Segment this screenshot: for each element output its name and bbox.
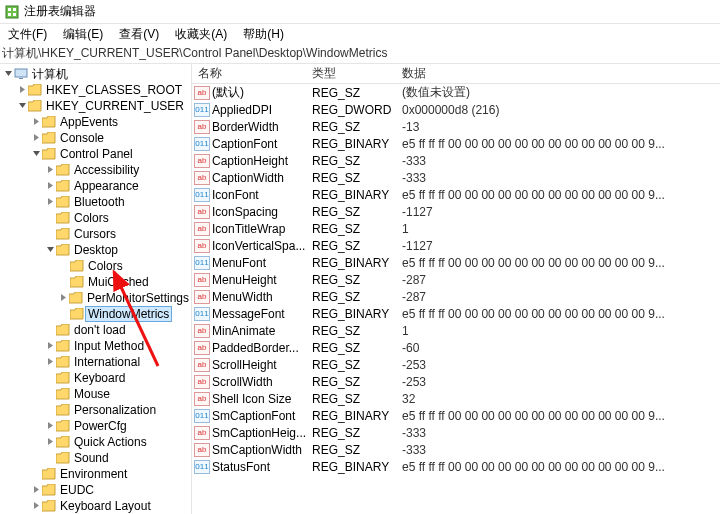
tree-item[interactable]: Environment xyxy=(0,466,191,482)
folder-icon xyxy=(56,324,70,336)
tree-item[interactable]: WindowMetrics xyxy=(0,306,191,322)
expand-icon[interactable] xyxy=(16,101,28,112)
tree-view[interactable]: 计算机 HKEY_CLASSES_ROOTHKEY_CURRENT_USERAp… xyxy=(0,64,192,514)
value-row[interactable]: abScrollWidthREG_SZ-253 xyxy=(192,373,720,390)
value-type: REG_SZ xyxy=(312,392,402,406)
value-row[interactable]: abIconSpacingREG_SZ-1127 xyxy=(192,203,720,220)
value-row[interactable]: abMenuWidthREG_SZ-287 xyxy=(192,288,720,305)
col-type[interactable]: 类型 xyxy=(312,65,402,82)
expand-icon[interactable] xyxy=(44,357,56,368)
tree-item[interactable]: don't load xyxy=(0,322,191,338)
value-row[interactable]: 011SmCaptionFontREG_BINARYe5 ff ff ff 00… xyxy=(192,407,720,424)
tree-item[interactable]: Keyboard xyxy=(0,370,191,386)
value-type: REG_BINARY xyxy=(312,256,402,270)
tree-item[interactable]: Desktop xyxy=(0,242,191,258)
value-type-icon: 011 xyxy=(194,460,210,474)
tree-item[interactable]: HKEY_CURRENT_USER xyxy=(0,98,191,114)
tree-item[interactable]: PerMonitorSettings xyxy=(0,290,191,306)
value-row[interactable]: abPaddedBorder...REG_SZ-60 xyxy=(192,339,720,356)
tree-item[interactable]: Personalization xyxy=(0,402,191,418)
expand-icon[interactable] xyxy=(44,197,56,208)
value-row[interactable]: abSmCaptionHeig...REG_SZ-333 xyxy=(192,424,720,441)
expand-icon[interactable] xyxy=(44,245,56,256)
expand-icon[interactable] xyxy=(30,133,42,144)
titlebar: 注册表编辑器 xyxy=(0,0,720,24)
tree-item[interactable]: Colors xyxy=(0,210,191,226)
tree-item[interactable]: Mouse xyxy=(0,386,191,402)
tree-item[interactable]: EUDC xyxy=(0,482,191,498)
value-row[interactable]: ab(默认)REG_SZ(数值未设置) xyxy=(192,84,720,101)
expand-icon[interactable] xyxy=(44,421,56,432)
tree-item[interactable]: AppEvents xyxy=(0,114,191,130)
tree-item[interactable]: Cursors xyxy=(0,226,191,242)
value-data: -1127 xyxy=(402,239,720,253)
tree-item[interactable]: Bluetooth xyxy=(0,194,191,210)
value-data: e5 ff ff ff 00 00 00 00 00 00 00 00 00 0… xyxy=(402,460,720,474)
tree-item[interactable]: Accessibility xyxy=(0,162,191,178)
tree-item[interactable]: Control Panel xyxy=(0,146,191,162)
menu-help[interactable]: 帮助(H) xyxy=(239,26,288,43)
tree-item[interactable]: Quick Actions xyxy=(0,434,191,450)
value-row[interactable]: abCaptionWidthREG_SZ-333 xyxy=(192,169,720,186)
tree-label: Bluetooth xyxy=(72,195,127,209)
expand-icon[interactable] xyxy=(16,85,28,96)
value-type: REG_SZ xyxy=(312,239,402,253)
expand-icon[interactable] xyxy=(44,437,56,448)
expand-icon[interactable] xyxy=(30,501,42,512)
tree-item[interactable]: Input Method xyxy=(0,338,191,354)
tree-label: Quick Actions xyxy=(72,435,149,449)
value-row[interactable]: 011MenuFontREG_BINARYe5 ff ff ff 00 00 0… xyxy=(192,254,720,271)
value-name: MenuFont xyxy=(212,256,312,270)
tree-item[interactable]: International xyxy=(0,354,191,370)
expand-icon[interactable] xyxy=(30,485,42,496)
expand-icon[interactable] xyxy=(44,181,56,192)
col-name[interactable]: 名称 xyxy=(192,65,312,82)
menu-file[interactable]: 文件(F) xyxy=(4,26,51,43)
value-row[interactable]: abShell Icon SizeREG_SZ32 xyxy=(192,390,720,407)
tree-label: Keyboard Layout xyxy=(58,499,153,513)
tree-item[interactable]: MuiCached xyxy=(0,274,191,290)
value-row[interactable]: abIconTitleWrapREG_SZ1 xyxy=(192,220,720,237)
tree-item[interactable]: Console xyxy=(0,130,191,146)
list-header[interactable]: 名称 类型 数据 xyxy=(192,64,720,84)
value-row[interactable]: 011IconFontREG_BINARYe5 ff ff ff 00 00 0… xyxy=(192,186,720,203)
value-name: ScrollWidth xyxy=(212,375,312,389)
value-type-icon: ab xyxy=(194,239,210,253)
expand-icon[interactable] xyxy=(58,293,69,304)
list-body[interactable]: ab(默认)REG_SZ(数值未设置)011AppliedDPIREG_DWOR… xyxy=(192,84,720,475)
tree-item[interactable]: HKEY_CLASSES_ROOT xyxy=(0,82,191,98)
value-name: Shell Icon Size xyxy=(212,392,312,406)
value-row[interactable]: 011CaptionFontREG_BINARYe5 ff ff ff 00 0… xyxy=(192,135,720,152)
expand-icon[interactable] xyxy=(30,117,42,128)
tree-label: Input Method xyxy=(72,339,146,353)
tree-item[interactable]: Appearance xyxy=(0,178,191,194)
tree-root[interactable]: 计算机 xyxy=(0,66,191,82)
tree-item[interactable]: Sound xyxy=(0,450,191,466)
value-name: AppliedDPI xyxy=(212,103,312,117)
value-row[interactable]: abBorderWidthREG_SZ-13 xyxy=(192,118,720,135)
value-row[interactable]: abScrollHeightREG_SZ-253 xyxy=(192,356,720,373)
tree-label: PerMonitorSettings xyxy=(85,291,191,305)
value-row[interactable]: 011MessageFontREG_BINARYe5 ff ff ff 00 0… xyxy=(192,305,720,322)
value-type: REG_SZ xyxy=(312,171,402,185)
value-row[interactable]: abMenuHeightREG_SZ-287 xyxy=(192,271,720,288)
tree-item[interactable]: Colors xyxy=(0,258,191,274)
tree-label: Accessibility xyxy=(72,163,141,177)
address-bar[interactable]: 计算机\HKEY_CURRENT_USER\Control Panel\Desk… xyxy=(0,44,720,64)
expand-icon[interactable] xyxy=(30,149,42,160)
value-row[interactable]: abSmCaptionWidthREG_SZ-333 xyxy=(192,441,720,458)
col-data[interactable]: 数据 xyxy=(402,65,720,82)
menu-view[interactable]: 查看(V) xyxy=(115,26,163,43)
tree-label: Personalization xyxy=(72,403,158,417)
value-row[interactable]: abCaptionHeightREG_SZ-333 xyxy=(192,152,720,169)
menu-edit[interactable]: 编辑(E) xyxy=(59,26,107,43)
value-row[interactable]: 011AppliedDPIREG_DWORD0x000000d8 (216) xyxy=(192,101,720,118)
value-row[interactable]: abMinAnimateREG_SZ1 xyxy=(192,322,720,339)
value-row[interactable]: abIconVerticalSpa...REG_SZ-1127 xyxy=(192,237,720,254)
menu-favorites[interactable]: 收藏夹(A) xyxy=(171,26,231,43)
expand-icon[interactable] xyxy=(44,165,56,176)
tree-item[interactable]: PowerCfg xyxy=(0,418,191,434)
expand-icon[interactable] xyxy=(44,341,56,352)
value-row[interactable]: 011StatusFontREG_BINARYe5 ff ff ff 00 00… xyxy=(192,458,720,475)
tree-item[interactable]: Keyboard Layout xyxy=(0,498,191,514)
